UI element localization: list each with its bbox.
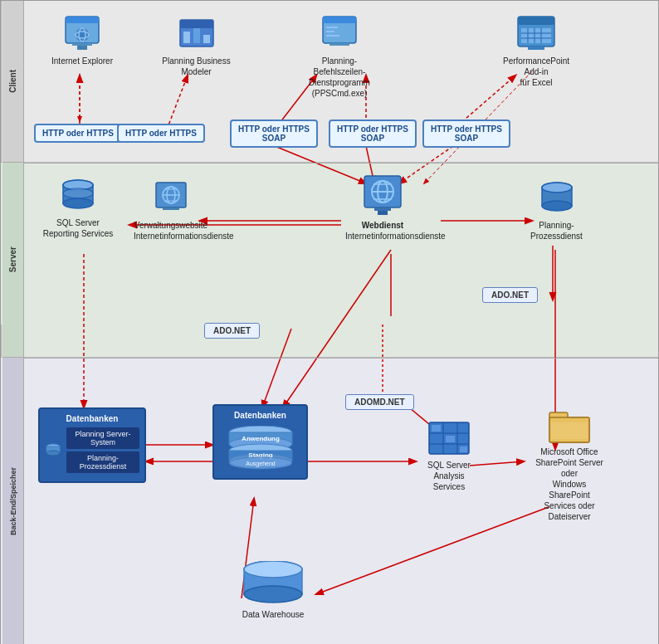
http-box-3: HTTP oder HTTPSSOAP [230, 120, 318, 148]
divider-1 [24, 163, 658, 163]
svg-rect-99 [460, 446, 467, 452]
planning-befehlszeilen-icon: Planning-Befehlszeilen-Dienstprogramm (P… [286, 13, 393, 99]
http-box-2: HTTP oder HTTPS [117, 124, 205, 143]
ado-net-box-1: ADO.NET [482, 287, 538, 303]
svg-rect-36 [180, 20, 213, 28]
svg-rect-38 [193, 28, 200, 43]
svg-rect-33 [72, 43, 92, 46]
verwaltungswebsite-icon: VerwaltungswebsiteInternetinformationsdi… [129, 178, 212, 242]
planning-prozessdienst-label: Planning-Prozessdienst [530, 220, 583, 242]
backend-layer-label: Back-End/Speicher [2, 358, 24, 644]
center-db-stack: Datenbanken Anwendung Staging Ausgehend [212, 404, 308, 480]
verwaltungswebsite-label: VerwaltungswebsiteInternetinformationsdi… [134, 220, 208, 242]
svg-rect-97 [432, 425, 441, 432]
svg-rect-34 [77, 46, 87, 50]
svg-rect-44 [326, 35, 339, 37]
svg-rect-47 [518, 17, 554, 25]
left-db-stack: Datenbanken Planning Server-System Plann… [38, 407, 146, 483]
left-db-row-1: Planning Server-System [66, 427, 139, 449]
data-warehouse-icon: Data Warehouse [227, 561, 319, 620]
performancepoint-label: PerformancePoint Add-infür Excel [499, 56, 574, 88]
left-db-row-2: Planning-Prozessdienst [66, 451, 139, 473]
http-box-5: HTTP oder HTTPSSOAP [422, 120, 510, 148]
svg-text:Ausgehend: Ausgehend [246, 461, 276, 467]
planning-prozessdienst-icon: Planning-Prozessdienst [517, 178, 596, 242]
svg-point-77 [542, 201, 572, 211]
performancepoint-icon: PerformancePoint Add-infür Excel [491, 13, 582, 88]
svg-point-57 [63, 198, 93, 208]
svg-point-81 [46, 451, 60, 456]
svg-rect-48 [521, 28, 551, 43]
svg-rect-37 [183, 32, 190, 43]
svg-rect-41 [323, 17, 356, 23]
svg-point-59 [63, 188, 93, 198]
svg-rect-43 [326, 31, 334, 32]
svg-point-78 [542, 183, 572, 193]
svg-rect-42 [326, 27, 338, 28]
svg-rect-74 [378, 211, 388, 215]
svg-point-107 [244, 561, 302, 578]
sql-reporting-icon: SQL ServerReporting Services [41, 175, 115, 239]
divider-2 [24, 358, 658, 359]
sharepoint-label: Microsoft OfficeSharePoint Server oderWi… [532, 446, 607, 522]
data-warehouse-label: Data Warehouse [242, 609, 305, 620]
sql-analysis-icon: SQL Server AnalysisServices [408, 421, 491, 492]
svg-rect-66 [163, 207, 179, 210]
sql-reporting-label: SQL ServerReporting Services [43, 217, 113, 239]
planning-befehlszeilen-label: Planning-Befehlszeilen-Dienstprogramm (P… [302, 56, 377, 99]
server-layer-label: Server [2, 163, 24, 358]
diagram-container: Client Server Back-End/Speicher [0, 0, 659, 644]
sharepoint-icon: Microsoft OfficeSharePoint Server oderWi… [520, 407, 619, 522]
webdienst-label: WebdienstInternetinformationsdienste [345, 220, 420, 242]
internet-explorer-icon: Internet Explorer [49, 13, 115, 66]
internet-explorer-label: Internet Explorer [51, 56, 113, 66]
svg-rect-98 [446, 436, 455, 442]
webdienst-icon: WebdienstInternetinformationsdienste [333, 171, 432, 242]
svg-rect-73 [374, 207, 391, 211]
sql-analysis-label: SQL Server AnalysisServices [412, 460, 486, 492]
http-box-4: HTTP oder HTTPSSOAP [329, 120, 417, 148]
ado-net-box-2: ADO.NET [204, 323, 260, 339]
svg-point-30 [76, 28, 89, 41]
svg-rect-103 [551, 422, 588, 439]
svg-rect-45 [330, 43, 349, 46]
svg-rect-39 [203, 35, 210, 43]
left-db-title: Datenbanken [45, 414, 139, 423]
center-db-title: Datenbanken [219, 411, 301, 420]
svg-text:Anwendung: Anwendung [242, 435, 280, 442]
adomd-net-box: ADOMD.NET [345, 394, 414, 410]
svg-point-106 [244, 586, 302, 603]
client-layer-label: Client [2, 1, 24, 163]
planning-business-modeler-label: Planning BusinessModeler [162, 56, 230, 77]
svg-rect-54 [528, 46, 544, 50]
http-box-1: HTTP oder HTTPS [34, 124, 122, 143]
planning-business-modeler-icon: Planning BusinessModeler [157, 13, 236, 77]
svg-rect-29 [66, 17, 99, 23]
